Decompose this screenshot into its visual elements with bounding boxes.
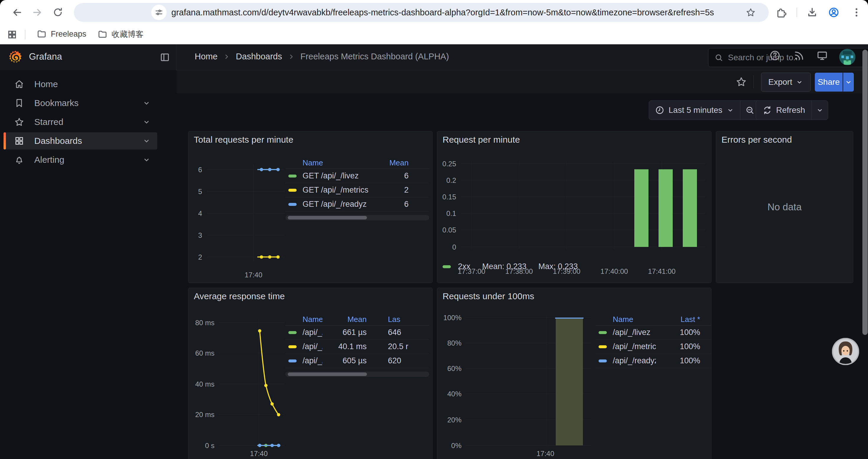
chevron-down-icon[interactable] (143, 137, 151, 145)
extensions-button[interactable] (776, 7, 787, 19)
sidebar-item-starred[interactable]: Starred (4, 113, 157, 131)
legend-col-mean[interactable]: Mean (322, 315, 367, 324)
url-bar[interactable]: grafana.mathmast.com/d/deytv4rwavabkb/fr… (74, 3, 769, 22)
refresh-button[interactable]: Refresh (756, 105, 812, 115)
profile-button[interactable] (828, 6, 840, 20)
folder-icon (97, 29, 107, 39)
refresh-label: Refresh (776, 105, 805, 115)
display-button[interactable] (816, 50, 828, 61)
svg-text:20 ms: 20 ms (195, 411, 215, 419)
time-range-picker[interactable]: Last 5 minutes (649, 105, 740, 115)
legend-col-mean[interactable]: Mean (373, 158, 429, 167)
legend-row[interactable]: GET /api/_/metrics 2 (285, 183, 429, 197)
legend-col-last[interactable]: Las (367, 315, 429, 324)
svg-text:17:41:00: 17:41:00 (648, 267, 675, 275)
help-button[interactable] (769, 50, 781, 61)
url-text: grafana.mathmast.com/d/deytv4rwavabkb/fr… (172, 3, 714, 22)
legend-col-name[interactable]: Name (285, 158, 373, 167)
chevron-down-icon[interactable] (143, 118, 151, 126)
legend-row[interactable]: /api/_/livez 100% (596, 326, 711, 340)
legend-scrollbar[interactable] (285, 371, 429, 377)
sidebar-item-dashboards[interactable]: Dashboards (4, 132, 157, 150)
bookmark-page-button[interactable] (746, 7, 756, 19)
scrollbar-thumb[interactable] (288, 216, 367, 220)
avatar-icon (838, 48, 856, 66)
bookmark-item-freeleaps[interactable]: Freeleaps (37, 29, 86, 39)
forward-button[interactable] (32, 7, 42, 19)
star-icon (746, 7, 756, 18)
arrow-right-icon (32, 7, 42, 18)
breadcrumb-current: Freeleaps Metrics Dashboard (ALPHA) (301, 52, 449, 61)
refresh-icon (763, 105, 772, 115)
bookmarks-bar: Freeleaps 收藏博客 (0, 25, 868, 44)
bell-icon (14, 155, 24, 165)
panel-left-icon (159, 52, 170, 63)
legend-scrollbar[interactable] (285, 215, 429, 220)
export-button[interactable]: Export (761, 73, 811, 92)
legend-header: Name Mean Las (285, 314, 429, 326)
svg-text:4: 4 (198, 209, 202, 218)
legend-table: Name Last * /api/_/livez 100% /api/_/met… (596, 314, 711, 368)
sidebar-item-alerting[interactable]: Alerting (4, 151, 157, 168)
breadcrumb-home[interactable]: Home (195, 52, 217, 61)
bookmarks-divider (25, 30, 25, 39)
bookmark-item-blogs[interactable]: 收藏博客 (97, 29, 144, 40)
site-settings-button[interactable] (151, 5, 167, 20)
legend-row[interactable]: GET /api/_/livez 6 (285, 169, 429, 183)
legend-row[interactable]: GET /api/_/readyz 6 (285, 197, 429, 211)
share-button[interactable]: Share (815, 73, 843, 92)
svg-text:20%: 20% (447, 416, 462, 424)
dashboard-toolbar: Export Share (176, 70, 868, 93)
assistant-avatar-widget[interactable] (831, 337, 860, 366)
chevron-down-icon (726, 106, 734, 114)
scrollbar-thumb[interactable] (288, 372, 367, 376)
refresh-interval-button[interactable] (812, 106, 828, 114)
grafana-header: Home Dashboards Freeleaps Metrics Dashbo… (176, 44, 868, 70)
browser-toolbar: grafana.mathmast.com/d/deytv4rwavabkb/fr… (0, 0, 868, 25)
bookmark-icon (14, 98, 24, 108)
star-dashboard-button[interactable] (736, 76, 747, 89)
dock-menu-button[interactable] (159, 52, 170, 64)
sidebar-item-bookmarks[interactable]: Bookmarks (4, 95, 157, 112)
panel-under-100ms: Requests under 100ms 100%80%60%40%20%0%1… (437, 288, 711, 459)
help-icon (769, 50, 781, 61)
folder-icon (37, 29, 47, 39)
legend-row[interactable]: /api/_/readyz 100% (596, 354, 711, 368)
news-button[interactable] (793, 50, 805, 61)
breadcrumb-dashboards[interactable]: Dashboards (236, 52, 282, 61)
reload-button[interactable] (53, 7, 63, 19)
zoom-out-icon (745, 105, 754, 115)
downloads-button[interactable] (807, 7, 818, 19)
legend-row[interactable]: /api/_/readyz 605 µs 620 (285, 354, 429, 368)
legend-header: Name Last * (596, 314, 711, 326)
sidebar-item-home[interactable]: Home (4, 76, 157, 93)
back-button[interactable] (12, 7, 23, 19)
download-icon (807, 7, 818, 18)
legend-col-last[interactable]: Last * (656, 315, 711, 324)
grafana-logo[interactable] (8, 50, 23, 66)
chevron-down-icon[interactable] (143, 99, 151, 107)
legend-mean: Mean: 0.233 (482, 262, 526, 271)
svg-text:5: 5 (198, 188, 202, 196)
chevron-right-icon (287, 53, 295, 61)
panel-errors-per-second: Errors per second No data (716, 131, 853, 283)
sidebar-nav: Home Bookmarks Starred Dashboards Alerti… (0, 70, 176, 459)
svg-text:17:40: 17:40 (245, 271, 262, 279)
user-avatar[interactable] (838, 48, 856, 67)
page-scrollbar[interactable] (862, 50, 868, 335)
legend-table: Name Mean GET /api/_/livez 6 GET /api/_/… (285, 157, 429, 220)
svg-text:80%: 80% (447, 339, 462, 347)
panel-total-requests: Total requests per minute 6543217:40 Nam… (188, 131, 433, 283)
brand-title: Grafana (29, 52, 62, 62)
apps-grid-button[interactable] (7, 30, 17, 41)
chart-legend[interactable]: 2xx Mean: 0.233 Max: 0.233 (442, 262, 578, 271)
legend-row[interactable]: /api/_/metrics 100% (596, 340, 711, 354)
svg-text:0%: 0% (451, 441, 462, 450)
legend-col-name[interactable]: Name (596, 315, 656, 324)
legend-col-name[interactable]: Name (285, 315, 322, 324)
share-menu-button[interactable] (843, 73, 854, 92)
browser-menu-button[interactable] (851, 7, 862, 19)
legend-row[interactable]: /api/_/metrics 40.1 ms 20.5 r (285, 340, 429, 354)
chevron-down-icon[interactable] (143, 156, 151, 164)
legend-row[interactable]: /api/_/livez 661 µs 646 (285, 326, 429, 340)
